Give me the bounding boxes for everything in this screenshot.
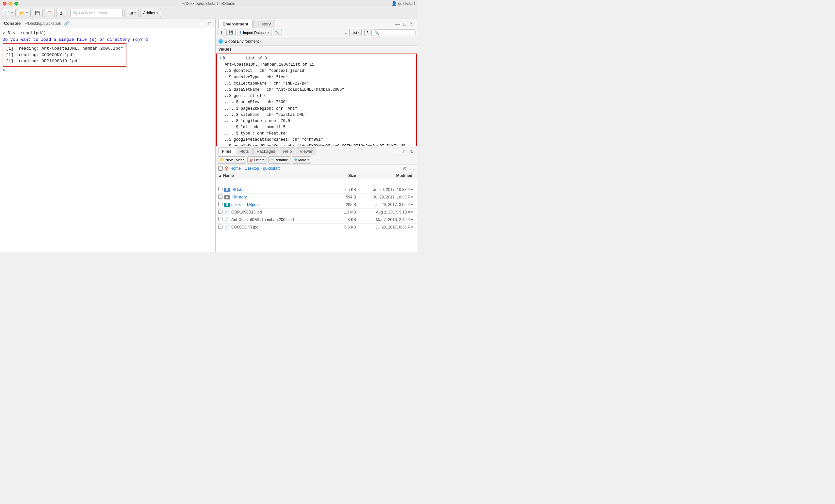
env-minimize-icon[interactable]: — xyxy=(395,21,401,27)
breadcrumb-home[interactable]: Home xyxy=(230,166,241,171)
env-var-icon: ● xyxy=(220,56,222,61)
env-tree-line-8: .. ..$ siteName : chr "Coastal DML" xyxy=(220,112,413,118)
file-name-rhistory[interactable]: .Rhistory xyxy=(231,195,330,200)
grid-button[interactable]: ⊞ ▾ xyxy=(127,9,139,17)
list-label: List xyxy=(351,31,357,35)
env-toolbar: ⬆ 💾 ⬇ Import Dataset ▾ 🔧 ≡ List ▾ xyxy=(216,28,418,37)
new-file-button[interactable]: 📄 ▾ xyxy=(2,9,16,17)
print-button[interactable]: 🖨 xyxy=(56,9,66,17)
delete-button[interactable]: 🗑 Delete xyxy=(247,156,267,164)
files-panel: Files Plots Packages Help Viewer — □ ↻ 📁… xyxy=(216,146,418,252)
env-search-input[interactable] xyxy=(373,29,415,36)
minimize-button[interactable] xyxy=(8,2,13,5)
file-checkbox-odp[interactable] xyxy=(218,210,224,215)
env-refresh-icon[interactable]: ↻ xyxy=(409,21,415,27)
addins-label: Addins xyxy=(143,11,155,15)
list-chevron: ▾ xyxy=(358,31,359,34)
tab-packages[interactable]: Packages xyxy=(253,147,279,155)
save-all-button[interactable]: 📋 xyxy=(44,9,55,17)
file-checkbox-rhistory[interactable] xyxy=(218,194,224,200)
file-checkbox-ant[interactable] xyxy=(218,217,224,222)
file-name-co00[interactable]: CO00COKY.lpd xyxy=(231,225,330,230)
file-row-rdata[interactable]: R .RData 2.5 KB Jul 29, 2017, 10:33 PM xyxy=(216,186,418,193)
env-refresh-button[interactable]: ↻ xyxy=(364,29,372,36)
file-row-rproj[interactable]: R quickstart.Rproj 205 B Jul 29, 2017, 3… xyxy=(216,201,418,209)
env-tree-content[interactable]: ● D List of 3 Ant-CoastalDML.Thamban.200… xyxy=(216,54,417,146)
env-tree-line-5: ..$ geo :List of 6 xyxy=(220,93,413,99)
file-size-co00: 6.6 KB xyxy=(330,225,356,230)
console-minimize-icon[interactable]: — xyxy=(200,21,205,26)
file-name-ant[interactable]: Ant-CoastalDML.Thamban.2006.lpd xyxy=(231,217,330,222)
console-maximize-icon[interactable]: □ xyxy=(207,21,213,26)
save-workspace-button[interactable]: 💾 xyxy=(226,29,236,36)
tab-plots[interactable]: Plots xyxy=(236,147,252,155)
goto-placeholder: Go to file/function xyxy=(79,11,107,15)
titlebar: ~/Desktop/quickstart - RStudio 👤 quickst… xyxy=(0,0,418,7)
clear-env-button[interactable]: 🔧 xyxy=(273,29,282,36)
file-name-rdata[interactable]: .RData xyxy=(231,187,330,192)
breadcrumb-desktop[interactable]: Desktop xyxy=(245,166,259,171)
open-file-button[interactable]: 📂 ▾ xyxy=(17,9,31,17)
files-refresh-icon[interactable]: ↻ xyxy=(409,148,415,154)
env-tree-line-13: ..$ googleSpreadSheetKey : chr "1AyxDXBY… xyxy=(220,143,413,146)
import-icon: ⬇ xyxy=(239,30,242,35)
tab-environment[interactable]: Environment xyxy=(218,20,252,28)
file-row-rhistory[interactable]: R .Rhistory 594 B Jul 29, 2017, 10:33 PM xyxy=(216,193,418,201)
console-tab-label[interactable]: Console xyxy=(3,20,22,26)
file-name-rproj[interactable]: quickstart.Rproj xyxy=(231,203,330,207)
file-checkbox-co00[interactable] xyxy=(218,225,224,230)
import-dataset-button[interactable]: ⬇ Import Dataset ▾ xyxy=(237,29,271,36)
files-minimize-icon[interactable]: — xyxy=(395,148,401,154)
files-tab-icons: — □ ↻ xyxy=(395,148,415,155)
files-maximize-icon[interactable]: □ xyxy=(402,148,408,154)
file-modified-rhistory: Jul 29, 2017, 10:33 PM xyxy=(356,195,415,200)
rename-button[interactable]: ✏ Rename xyxy=(268,156,290,164)
more-icon: ⚙ xyxy=(294,158,297,162)
open-icon: 📂 xyxy=(20,11,25,15)
delete-label: Delete xyxy=(254,158,265,162)
file-name-up[interactable]: .. xyxy=(231,180,330,185)
save-button[interactable]: 💾 xyxy=(32,9,43,17)
file-row-co00[interactable]: 📄 CO00COKY.lpd 6.6 KB Jul 28, 2017, 6:36… xyxy=(216,224,418,231)
console-command: > D <- readLipd() xyxy=(3,30,213,37)
tab-files[interactable]: Files xyxy=(218,147,235,155)
env-refresh-btn-icon: ↻ xyxy=(367,30,369,35)
load-workspace-button[interactable]: ⬆ xyxy=(218,29,225,36)
tab-viewer[interactable]: Viewer xyxy=(296,147,316,155)
close-button[interactable] xyxy=(3,2,6,5)
goto-field[interactable]: 🔍 Go to file/function xyxy=(70,9,123,17)
files-select-all[interactable] xyxy=(218,166,223,171)
addins-button[interactable]: Addins ▾ xyxy=(140,9,161,17)
file-checkbox-rdata[interactable] xyxy=(218,187,224,192)
save-icon: 💾 xyxy=(35,11,40,15)
file-name-odp[interactable]: ODP1098B13.lpd xyxy=(231,210,330,214)
files-more-icon[interactable]: … xyxy=(409,166,415,171)
env-maximize-icon[interactable]: □ xyxy=(402,21,408,27)
file-modified-rproj: Jul 29, 2017, 3:05 PM xyxy=(356,203,415,207)
maximize-button[interactable] xyxy=(14,2,18,5)
console-output-line-2: [1] "reading: CO00COKY.lpd" xyxy=(6,52,123,59)
file-checkbox-rproj[interactable] xyxy=(218,202,224,207)
tab-help[interactable]: Help xyxy=(280,147,296,155)
env-tree-line-11: .. ..$ type : chr "Feature" xyxy=(220,130,413,137)
window-title: ~/Desktop/quickstart - RStudio xyxy=(182,1,235,6)
file-icon-rhistory: R xyxy=(224,195,230,200)
more-button[interactable]: ⚙ More ▾ xyxy=(292,156,311,164)
file-row-ant[interactable]: 📄 Ant-CoastalDML.Thamban.2006.lpd 8 KB M… xyxy=(216,216,418,224)
col-name-sort-icon: ▲ xyxy=(218,173,222,178)
global-env-label[interactable]: Global Environment xyxy=(224,39,259,44)
files-sync-icon[interactable]: ⊙ xyxy=(402,166,408,171)
breadcrumb-quickstart[interactable]: quickstart xyxy=(263,166,280,171)
file-row-odp[interactable]: 📄 ODP1098B13.lpd 1.3 MB Aug 2, 2017, 9:1… xyxy=(216,209,418,216)
console-path-icon[interactable]: 🔗 xyxy=(64,21,69,26)
env-tree-line-4: ..$ dataSetName : chr "Ant-CoastalDML.Th… xyxy=(220,87,413,93)
delete-icon: 🗑 xyxy=(250,158,253,162)
file-row-up[interactable]: ↑ .. xyxy=(216,179,418,186)
new-file-chevron: ▾ xyxy=(11,11,13,15)
more-label: More xyxy=(298,158,306,162)
import-chevron: ▾ xyxy=(268,31,269,34)
tab-history[interactable]: History xyxy=(253,20,275,28)
list-button[interactable]: List ▾ xyxy=(349,29,362,36)
new-folder-button[interactable]: 📁 New Folder xyxy=(218,156,246,164)
console-content[interactable]: > D <- readLipd() Do you want to load a … xyxy=(0,28,215,252)
